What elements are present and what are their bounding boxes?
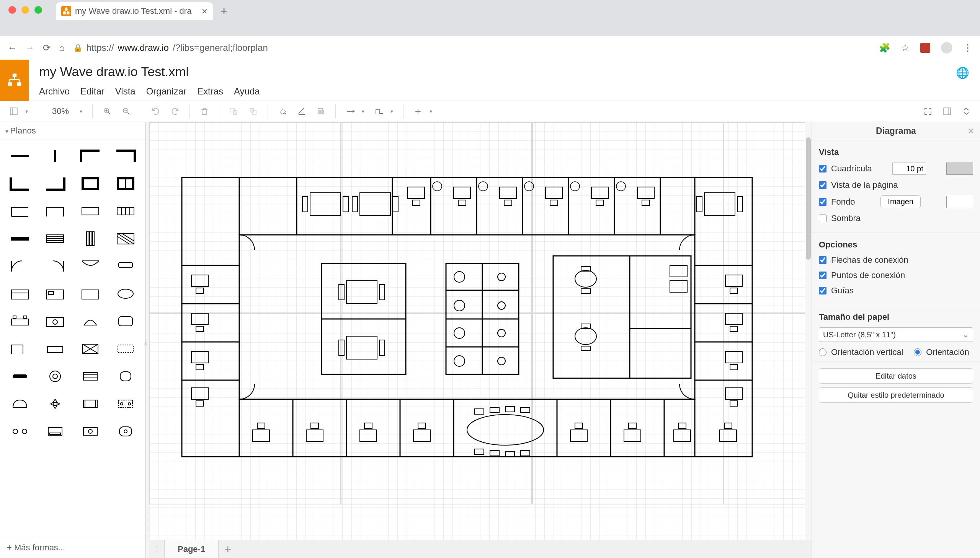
shape-thumb-13[interactable] <box>42 230 68 248</box>
shape-thumb-6[interactable] <box>77 174 103 193</box>
home-button[interactable]: ⌂ <box>59 43 65 53</box>
shape-thumb-10[interactable] <box>77 202 103 220</box>
redo-icon[interactable] <box>167 103 183 119</box>
shape-thumb-4[interactable] <box>7 174 33 193</box>
menu-organizar[interactable]: Organizar <box>146 86 186 97</box>
shape-thumb-39[interactable] <box>112 395 138 413</box>
shape-thumb-18[interactable] <box>77 257 103 276</box>
insert-icon[interactable]: + <box>410 103 426 119</box>
close-window-icon[interactable] <box>8 6 16 14</box>
back-button[interactable]: ← <box>8 43 17 53</box>
insert-dropdown-icon[interactable]: ▾ <box>430 108 432 114</box>
portrait-radio[interactable] <box>819 348 827 356</box>
delete-icon[interactable] <box>197 103 212 119</box>
canvas[interactable] <box>149 122 812 540</box>
menu-ayuda[interactable]: Ayuda <box>234 86 260 97</box>
shape-thumb-29[interactable] <box>42 340 68 358</box>
shape-thumb-5[interactable] <box>42 174 68 193</box>
fullscreen-icon[interactable] <box>920 103 936 119</box>
shape-thumb-40[interactable] <box>7 422 33 441</box>
shape-thumb-23[interactable] <box>112 284 138 303</box>
shape-thumb-12[interactable] <box>7 230 33 248</box>
grid-color-swatch[interactable] <box>946 162 973 175</box>
grid-size-input[interactable] <box>892 162 926 175</box>
shape-thumb-34[interactable] <box>77 367 103 386</box>
shape-thumb-19[interactable] <box>112 257 138 276</box>
bookmark-star-icon[interactable]: ☆ <box>901 43 909 53</box>
guides-checkbox[interactable] <box>819 287 827 294</box>
shape-thumb-8[interactable] <box>7 202 33 220</box>
shape-thumb-33[interactable] <box>42 367 68 386</box>
url-field[interactable]: 🔒 https://www.draw.io/?libs=general;floo… <box>73 43 871 53</box>
menu-archivo[interactable]: Archivo <box>39 86 70 97</box>
close-format-panel-icon[interactable]: × <box>968 125 974 137</box>
shape-thumb-1[interactable] <box>42 147 68 165</box>
shape-thumb-26[interactable] <box>77 312 103 330</box>
shape-thumb-24[interactable] <box>7 312 33 330</box>
landscape-radio[interactable] <box>914 348 921 356</box>
mendeley-extension-icon[interactable] <box>920 43 930 53</box>
shape-thumb-42[interactable] <box>77 422 103 441</box>
zoom-out-icon[interactable] <box>119 103 134 119</box>
shape-thumb-37[interactable] <box>42 395 68 413</box>
connection-icon[interactable] <box>343 103 358 119</box>
shape-thumb-17[interactable] <box>42 257 68 276</box>
shape-thumb-0[interactable] <box>7 147 33 165</box>
shape-thumb-2[interactable] <box>77 147 103 165</box>
to-back-icon[interactable] <box>245 103 261 119</box>
undo-icon[interactable] <box>148 103 163 119</box>
minimize-window-icon[interactable] <box>21 6 29 14</box>
shape-thumb-31[interactable] <box>112 340 138 358</box>
shape-thumb-35[interactable] <box>112 367 138 386</box>
view-mode-dropdown-icon[interactable]: ▾ <box>25 108 28 114</box>
shape-thumb-9[interactable] <box>42 202 68 220</box>
page-tab-menu-icon[interactable]: ⋮ <box>149 540 165 558</box>
new-tab-button[interactable]: + <box>215 2 233 20</box>
more-shapes-button[interactable]: + Más formas... <box>0 537 145 558</box>
shape-thumb-14[interactable] <box>77 230 103 248</box>
shape-thumb-20[interactable] <box>7 284 33 303</box>
collapse-sidebar-handle[interactable] <box>145 122 149 558</box>
waypoint-icon[interactable] <box>371 103 387 119</box>
background-image-button[interactable]: Imagen <box>881 195 921 208</box>
vertical-scrollbar[interactable] <box>805 122 812 540</box>
extension-icon[interactable]: 🧩 <box>879 43 890 53</box>
shape-thumb-43[interactable] <box>112 422 138 441</box>
close-tab-icon[interactable]: × <box>202 5 208 17</box>
maximize-window-icon[interactable] <box>35 6 42 14</box>
shape-thumb-32[interactable] <box>7 367 33 386</box>
shape-thumb-7[interactable] <box>112 174 138 193</box>
view-mode-icon[interactable] <box>6 103 21 119</box>
page-view-checkbox[interactable] <box>819 181 827 189</box>
shape-thumb-30[interactable] <box>77 340 103 358</box>
connection-dropdown-icon[interactable]: ▾ <box>362 108 364 114</box>
menu-extras[interactable]: Extras <box>197 86 223 97</box>
document-title[interactable]: my Wave draw.io Test.xml <box>39 64 935 79</box>
grid-checkbox[interactable] <box>819 165 827 172</box>
page-tab[interactable]: Page-1 <box>165 540 219 558</box>
language-icon[interactable]: 🌐 <box>945 60 980 86</box>
shape-thumb-16[interactable] <box>7 257 33 276</box>
to-front-icon[interactable] <box>226 103 242 119</box>
profile-avatar[interactable] <box>941 42 952 54</box>
zoom-level[interactable]: 30% <box>45 106 76 116</box>
kebab-menu-icon[interactable]: ⋮ <box>963 43 972 53</box>
forward-button[interactable]: → <box>25 43 35 53</box>
menu-vista[interactable]: Vista <box>115 86 135 97</box>
shape-thumb-15[interactable] <box>112 230 138 248</box>
outline-panel-toggle-icon[interactable] <box>959 103 974 119</box>
conn-points-checkbox[interactable] <box>819 272 827 279</box>
line-color-icon[interactable] <box>294 103 309 119</box>
format-panel-toggle-icon[interactable] <box>939 103 955 119</box>
floorplan-drawing[interactable] <box>180 176 754 459</box>
shadow-checkbox[interactable] <box>819 215 827 222</box>
browser-tab[interactable]: my Wave draw.io Test.xml - dra × <box>56 2 213 20</box>
shapes-section-header[interactable]: Planos <box>0 122 145 140</box>
background-checkbox[interactable] <box>819 198 827 206</box>
menu-editar[interactable]: Editar <box>81 86 104 97</box>
shape-thumb-22[interactable] <box>77 284 103 303</box>
shape-thumb-28[interactable] <box>7 340 33 358</box>
app-logo[interactable] <box>0 60 29 101</box>
add-page-button[interactable]: + <box>219 540 237 558</box>
shape-thumb-27[interactable] <box>112 312 138 330</box>
